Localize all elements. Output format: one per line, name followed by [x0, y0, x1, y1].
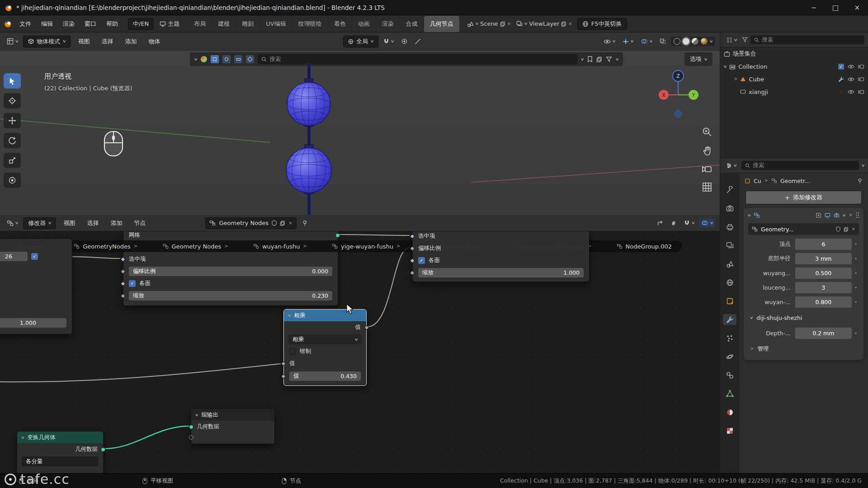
- tab-uv-editing[interactable]: UV编辑: [260, 16, 292, 32]
- collapse-chevron-icon[interactable]: ∨: [194, 413, 198, 417]
- new-viewlayer-icon[interactable]: [561, 21, 566, 27]
- editor-type-selector[interactable]: ∨: [5, 219, 20, 228]
- math-operation-select[interactable]: 相乘 ∨: [288, 334, 362, 344]
- individual-checkbox[interactable]: ✓: [418, 257, 425, 264]
- offset-scale-field[interactable]: 偏移比例 0.000: [129, 267, 332, 276]
- new-nodetree-icon[interactable]: [280, 221, 285, 226]
- vertices-field[interactable]: 6: [795, 239, 852, 250]
- tab-view-layer[interactable]: [723, 240, 736, 251]
- section-settings-header[interactable]: ∨ diji-shuju-shezhi: [744, 311, 863, 324]
- node-tree-selector[interactable]: Geometry Nodes ×: [205, 217, 296, 229]
- viewport-menu-object[interactable]: 物体: [144, 35, 165, 48]
- filter-icon[interactable]: [606, 56, 612, 62]
- transform-orientation[interactable]: 全局 ∨: [343, 36, 378, 47]
- zoom-icon[interactable]: [702, 127, 712, 137]
- toggle-edit-mode-icon[interactable]: [816, 212, 821, 218]
- transform-tool[interactable]: [4, 173, 21, 188]
- chevron-down-icon[interactable]: ∨: [842, 213, 846, 217]
- snap-toggle[interactable]: ∨: [381, 37, 396, 46]
- remove-viewlayer-icon[interactable]: ×: [568, 22, 572, 26]
- geometry-node-editor[interactable]: ∨ 修改器 ∨ 视图 选择 添加 节点 Geometry Nodes: [0, 215, 720, 473]
- toggle-grid-icon[interactable]: [702, 182, 712, 192]
- disable-render-camera-icon[interactable]: [858, 89, 864, 94]
- duplicate-icon[interactable]: [596, 56, 602, 62]
- tab-sculpting[interactable]: 雕刻: [236, 16, 260, 32]
- node-header[interactable]: ∨ 组输出: [191, 409, 274, 421]
- viewport-3d[interactable]: ∨ 物体模式 ∨ 视图 选择 添加 物体 全局 ∨: [0, 33, 720, 215]
- modifier-nodetree-field[interactable]: Geometry... ×: [748, 223, 859, 235]
- decorator-dot-icon[interactable]: •: [852, 299, 860, 305]
- overlays-dropdown[interactable]: ∨: [639, 37, 655, 46]
- decorator-dot-icon[interactable]: •: [852, 270, 860, 276]
- properties-search-input[interactable]: 搜索: [741, 161, 859, 170]
- menu-window[interactable]: 窗口: [80, 18, 101, 30]
- value-field[interactable]: 值 0.430: [289, 371, 361, 381]
- viewport-menu-add[interactable]: 添加: [120, 35, 141, 48]
- tab-scene[interactable]: [723, 258, 736, 269]
- clamp-checkbox[interactable]: ✓: [289, 348, 296, 355]
- editor-type-selector[interactable]: ∨: [5, 37, 20, 46]
- select-box-tool[interactable]: [4, 73, 21, 89]
- bottom-radius-field[interactable]: 3 mm: [795, 253, 852, 264]
- wuyang-field[interactable]: 0.500: [795, 267, 852, 279]
- viewport-menu-select[interactable]: 选择: [97, 35, 118, 48]
- scale-tool[interactable]: [4, 153, 21, 168]
- go-to-parent-icon[interactable]: [655, 219, 665, 227]
- shading-solid-button[interactable]: [683, 38, 689, 45]
- decorator-dot-icon[interactable]: •: [852, 285, 860, 291]
- viewport-canvas[interactable]: ∨ 搜索 ∨: [0, 51, 720, 215]
- shading-rendered-button[interactable]: [701, 38, 708, 45]
- outliner-row-collection[interactable]: ∨ Collection ✓: [720, 60, 868, 73]
- breadcrumb-item[interactable]: yige-wuyan-fushu>: [332, 243, 400, 250]
- menu-edit[interactable]: 编辑: [37, 18, 57, 30]
- remove-modifier-icon[interactable]: ×: [849, 213, 853, 217]
- gizmo-minus-z-axis[interactable]: [674, 110, 682, 118]
- navigation-gizmo[interactable]: Z X Y: [656, 69, 700, 123]
- move-tool[interactable]: [4, 113, 21, 128]
- tab-tool[interactable]: [723, 184, 736, 195]
- collapse-chevron-icon[interactable]: ∨: [20, 436, 24, 440]
- tab-object-data[interactable]: [723, 388, 736, 399]
- chevron-down-icon[interactable]: ∨: [709, 39, 713, 43]
- camera-view-icon[interactable]: [702, 164, 712, 174]
- breadcrumb-item[interactable]: GeometryNodes>: [74, 243, 137, 250]
- node-editor-canvas[interactable]: Cube> GeometryNodes> Geometry Nodes> wuy…: [0, 231, 720, 473]
- tab-modeling[interactable]: 建模: [212, 16, 236, 32]
- chevron-down-icon[interactable]: ∨: [580, 57, 584, 61]
- breadcrumb-data-label[interactable]: Geometr...: [780, 178, 810, 184]
- theme-button[interactable]: 主题: [157, 19, 182, 29]
- decorator-dot-icon[interactable]: •: [852, 330, 860, 336]
- link-drag-icon[interactable]: [668, 219, 679, 228]
- node-header[interactable]: ∨ 变换几何体: [17, 432, 103, 443]
- collapse-chevron-icon[interactable]: ∨: [747, 213, 751, 217]
- visibility-dropdown[interactable]: ∨: [601, 38, 618, 46]
- depth-field[interactable]: 0.2 mm: [795, 328, 852, 339]
- falloff-curve-icon[interactable]: [412, 38, 423, 46]
- decorator-dot-icon[interactable]: •: [852, 241, 860, 247]
- filter-icon[interactable]: [742, 37, 748, 42]
- viewport-menu-view[interactable]: 视图: [73, 35, 94, 48]
- outliner-search-input[interactable]: 搜索: [750, 35, 864, 44]
- chevron-down-icon[interactable]: ∨: [861, 164, 865, 168]
- select-mode-2-button[interactable]: [222, 55, 231, 63]
- menu-render[interactable]: 渲染: [58, 18, 79, 30]
- overlays-dropdown[interactable]: ∨: [699, 219, 715, 227]
- tab-particles[interactable]: [723, 333, 736, 343]
- blender-menu-icon[interactable]: [4, 19, 12, 28]
- expand-chevron-icon[interactable]: ∨: [723, 65, 727, 69]
- wuyan-field[interactable]: 0.800: [795, 296, 852, 308]
- editor-type-selector[interactable]: ∨: [724, 36, 739, 44]
- node-extrude-mesh-b[interactable]: 选中项 偏移比例 ✓ 各面 缩放 1.000: [412, 231, 590, 282]
- rotate-tool[interactable]: [4, 133, 21, 148]
- breadcrumb-item[interactable]: wuyan-fushu>: [253, 243, 307, 250]
- tab-render[interactable]: [723, 203, 736, 214]
- menu-file[interactable]: 文件: [15, 18, 36, 30]
- node-partial-left[interactable]: 26 ✓ 1.000: [0, 239, 72, 334]
- gizmo-dropdown[interactable]: ∨: [620, 37, 636, 46]
- cursor-tool[interactable]: [4, 93, 21, 108]
- shading-wireframe-button[interactable]: [674, 38, 680, 45]
- decorator-dot-icon[interactable]: •: [852, 256, 860, 262]
- tab-rendering[interactable]: 渲染: [376, 16, 400, 32]
- breadcrumb-object-label[interactable]: Cu: [754, 178, 761, 184]
- lantern-object[interactable]: [271, 63, 348, 215]
